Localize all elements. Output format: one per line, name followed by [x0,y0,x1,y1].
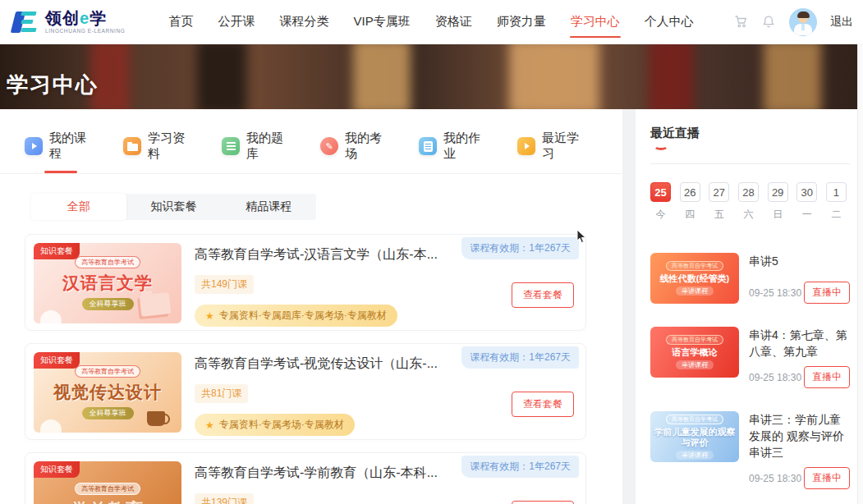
course-count-tag: 共139门课 [195,493,254,504]
course-list: 知识套餐 高等教育自学考试 汉语言文学 全科尊享班 高等教育自学考试-汉语言文学… [25,234,586,504]
view-package-button[interactable]: 查看套餐 [512,392,574,417]
live-list: 高等教育自学考试 线性代数(经管类) 串讲课程 串讲5 09-25 18:30 … [650,253,850,489]
nav-item-learning-center[interactable]: 学习中心 [558,0,632,44]
logout-button[interactable]: 退出 [830,15,853,30]
calendar-day-28[interactable]: 28 六 [738,182,759,222]
live-item[interactable]: 高等教育自学考试 语言学概论 串讲课程 串讲4：第七章、第八章、第九章 09-2… [650,327,850,388]
live-sidebar: 最近直播 25 今 26 四 27 五 28 六 29 日 [636,109,863,504]
thumbnail-title: 视觉传达设计 [53,381,162,404]
divider [650,163,850,164]
course-card[interactable]: 知识套餐 高等教育自学考试 学前教育 高等教育自学考试-学前教育（山东-本科..… [25,452,586,504]
folder-illustration [140,292,172,317]
calendar-day-25[interactable]: 25 今 [650,182,671,222]
live-thumbnail[interactable]: 高等教育自学考试 线性代数(经管类) 串讲课程 [650,253,739,304]
tv-play-icon [517,137,535,155]
tab-question-bank[interactable]: 我的题库 [222,131,291,173]
calendar-day-30[interactable]: 30 一 [796,182,817,222]
course-thumbnail[interactable]: 知识套餐 高等教育自学考试 学前教育 [34,461,181,504]
validity-badge: 课程有效期：1年267天 [461,237,579,259]
course-title: 高等教育自学考试-汉语言文学（山东-本... [195,246,438,263]
star-icon: ★ [205,310,214,322]
features-pill: ★ 专属资料·专属考场·专属教材 [195,414,355,436]
bell-icon[interactable] [761,15,776,30]
thumbnail-tag: 高等教育自学考试 [75,365,140,378]
view-package-button[interactable]: 查看套餐 [512,501,574,504]
validity-badge: 课程有效期：1年267天 [461,346,579,369]
package-badge: 知识套餐 [34,352,80,369]
course-count-tag: 共81门课 [195,384,248,403]
scrollbar[interactable] [857,44,863,504]
nav-item-faculty[interactable]: 师资力量 [484,0,558,44]
calendar-day-27[interactable]: 27 五 [709,182,729,222]
document-icon [419,137,437,155]
live-title: 串讲4：第七章、第八章、第九章 [749,327,850,360]
star-icon: ★ [205,419,214,431]
brand-subtitle: LINGCHUANG E-LEARNING [45,29,125,34]
live-now-button[interactable]: 直播中 [804,282,850,304]
thumbnail-ribbon: 全科尊享班 [82,407,134,419]
learning-tabs: 我的课程 学习资料 我的题库 ✎ 我的考场 我的作业 最近学习 [25,131,586,173]
view-package-button[interactable]: 查看套餐 [512,282,574,308]
course-title: 高等教育自学考试-学前教育（山东-本科... [195,465,438,482]
thumbnail-tag: 高等教育自学考试 [75,256,140,268]
nav-item-vip-class[interactable]: VIP专属班 [341,0,422,44]
live-now-button[interactable]: 直播中 [804,467,850,489]
divider [0,173,622,174]
brand-name: 领创e学 [45,10,125,26]
thumbnail-title: 学前教育 [71,498,144,504]
course-thumbnail[interactable]: 知识套餐 高等教育自学考试 汉语言文学 全科尊享班 [34,243,181,323]
live-calendar: 25 今 26 四 27 五 28 六 29 日 30 一 [650,182,850,222]
filter-tab-knowledge-package[interactable]: 知识套餐 [126,194,222,220]
live-thumbnail[interactable]: 高等教育自学考试 学前儿童发展的观察与评价 串讲课程 [650,411,739,462]
course-title: 高等教育自学考试-视觉传达设计（山东-... [195,355,438,373]
features-pill: ★ 专属资料·专属题库·专属考场·专属教材 [195,305,397,327]
package-badge: 知识套餐 [34,243,80,259]
calendar-day-26[interactable]: 26 四 [680,182,700,222]
brand-logo-icon [11,11,39,34]
panel-gap [622,109,636,504]
live-now-button[interactable]: 直播中 [804,366,850,388]
live-panel-title: 最近直播 [650,126,850,141]
thumbnail-title: 汉语言文学 [62,272,153,295]
main-nav: 首页 公开课 课程分类 VIP专属班 资格证 师资力量 学习中心 个人中心 [156,0,705,44]
live-item[interactable]: 高等教育自学考试 线性代数(经管类) 串讲课程 串讲5 09-25 18:30 … [650,253,850,304]
live-item[interactable]: 高等教育自学考试 学前儿童发展的观察与评价 串讲课程 串讲三：学前儿童发展的 观… [650,411,850,489]
pencil-icon: ✎ [320,137,338,155]
nav-item-home[interactable]: 首页 [156,0,205,44]
calendar-day-29[interactable]: 29 日 [768,182,788,222]
course-card[interactable]: 知识套餐 高等教育自学考试 汉语言文学 全科尊享班 高等教育自学考试-汉语言文学… [25,234,586,331]
filter-tab-all[interactable]: 全部 [31,194,126,220]
filter-tabs: 全部 知识套餐 精品课程 [31,194,316,220]
tab-recent-learning[interactable]: 最近学习 [517,131,586,173]
top-navbar: 领创e学 LINGCHUANG E-LEARNING 首页 公开课 课程分类 V… [0,0,863,44]
course-thumbnail[interactable]: 知识套餐 高等教育自学考试 视觉传达设计 全科尊享班 [34,352,181,433]
thumbnail-tag: 高等教育自学考试 [75,483,140,495]
course-count-tag: 共149门课 [195,275,254,294]
nav-item-open-courses[interactable]: 公开课 [205,0,267,44]
live-thumbnail[interactable]: 高等教育自学考试 语言学概论 串讲课程 [650,327,739,378]
nav-item-certificates[interactable]: 资格证 [423,0,484,44]
validity-badge: 课程有效期：1年267天 [461,456,579,478]
hero-banner: 学习中心 [0,44,863,109]
play-icon [25,137,43,155]
live-title: 串讲三：学前儿童发展的 观察与评价串讲三 [749,411,850,460]
thumbnail-ribbon: 全科尊享班 [82,298,134,310]
tab-exam-room[interactable]: ✎ 我的考场 [320,131,389,173]
page-title: 学习中心 [7,71,99,99]
cart-icon[interactable] [733,15,748,30]
course-card[interactable]: 知识套餐 高等教育自学考试 视觉传达设计 全科尊享班 高等教育自学考试-视觉传达… [25,343,586,440]
cup-illustration [147,411,165,426]
nav-item-course-categories[interactable]: 课程分类 [267,0,341,44]
main-panel: 我的课程 学习资料 我的题库 ✎ 我的考场 我的作业 最近学习 [0,109,622,504]
brand-logo[interactable]: 领创e学 LINGCHUANG E-LEARNING [11,10,125,34]
calendar-day-1[interactable]: 1 二 [826,182,847,222]
tab-homework[interactable]: 我的作业 [419,131,488,173]
tab-study-materials[interactable]: 学习资料 [123,131,192,173]
title-underline-arc [654,142,668,150]
nav-item-personal-center[interactable]: 个人中心 [632,0,706,44]
tab-my-courses[interactable]: 我的课程 [25,131,94,173]
filter-tab-premium-courses[interactable]: 精品课程 [221,194,316,220]
folder-icon [123,137,141,155]
user-avatar[interactable] [789,8,817,36]
live-time: 09-25 18:30 [749,372,801,383]
